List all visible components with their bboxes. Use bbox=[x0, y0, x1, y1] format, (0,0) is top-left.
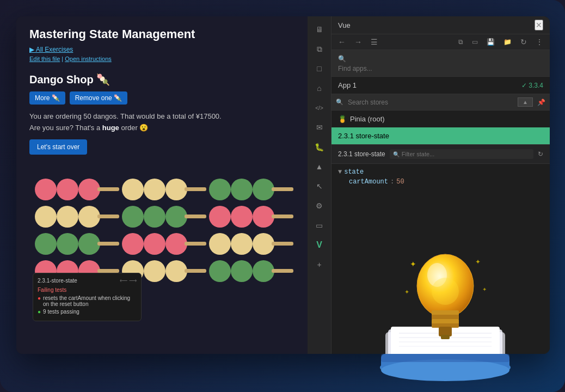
order-text: You are ordering 50 dangos. That would b… bbox=[29, 112, 294, 120]
panel-button[interactable]: ▭ bbox=[470, 37, 480, 47]
sidebar-icons: 🖥 ⧉ □ ⌂ </> ✉ 🐛 ▲ ↖ ⚙ ▭ V + bbox=[308, 16, 331, 354]
devtools-nav: ← → ☰ ⧉ ▭ 💾 📁 ↻ ⋮ bbox=[331, 34, 550, 50]
svg-rect-15 bbox=[97, 269, 119, 273]
search-stores-input[interactable] bbox=[348, 99, 513, 106]
more-options-button[interactable]: ⋮ bbox=[533, 36, 545, 47]
save-button[interactable]: 💾 bbox=[484, 37, 497, 47]
mail-icon[interactable]: ✉ bbox=[311, 119, 328, 136]
monitor-icon[interactable]: 🖥 bbox=[311, 21, 328, 38]
svg-rect-3 bbox=[97, 187, 119, 191]
svg-point-37 bbox=[231, 206, 253, 228]
svg-point-32 bbox=[209, 179, 231, 200]
pages-icon[interactable]: ▭ bbox=[311, 217, 328, 234]
test-failing-label: Failing tests bbox=[38, 287, 137, 293]
svg-point-1 bbox=[57, 179, 78, 200]
refresh-button[interactable]: ↻ bbox=[518, 36, 529, 47]
folder-button[interactable]: 📁 bbox=[501, 37, 514, 47]
svg-point-25 bbox=[144, 233, 165, 255]
devtools-close-button[interactable]: ✕ bbox=[535, 20, 543, 30]
test-item-pass: ● 9 tests passing bbox=[38, 309, 137, 315]
expand-icon[interactable]: ▼ bbox=[338, 168, 342, 176]
search-icon: 🔍 bbox=[338, 55, 346, 63]
fail-dot-icon: ● bbox=[38, 295, 41, 301]
svg-point-18 bbox=[165, 179, 187, 200]
cart-amount-row: cartAmount : 50 bbox=[338, 178, 543, 186]
search-stores-row: 🔍 ▲ 📌 bbox=[331, 94, 550, 111]
pinia-root-item[interactable]: 🍍 Pinia (root) bbox=[331, 111, 550, 127]
vue-devtools-icon[interactable]: V bbox=[311, 236, 328, 254]
svg-rect-19 bbox=[185, 187, 206, 191]
cursor-icon[interactable]: ↖ bbox=[311, 177, 328, 195]
dango-illustration bbox=[29, 162, 294, 287]
svg-point-44 bbox=[209, 260, 231, 282]
bug-icon[interactable]: 🐛 bbox=[311, 138, 328, 156]
pass-dot-icon: ● bbox=[38, 309, 41, 315]
start-over-button[interactable]: Let's start over bbox=[29, 139, 87, 155]
app-title: Mastering State Management bbox=[29, 27, 294, 41]
code-icon[interactable]: </> bbox=[311, 99, 328, 117]
menu-button[interactable]: ☰ bbox=[369, 36, 380, 47]
svg-rect-7 bbox=[97, 215, 119, 218]
sure-text: Are you sure? That's a huge order 😮 bbox=[29, 124, 294, 132]
svg-point-9 bbox=[57, 233, 78, 255]
find-apps-input[interactable] bbox=[338, 65, 543, 72]
svg-point-45 bbox=[231, 260, 253, 282]
svg-point-46 bbox=[253, 260, 274, 282]
app-name: App 1 bbox=[338, 81, 357, 89]
svg-point-33 bbox=[231, 179, 253, 200]
breadcrumb[interactable]: ▶ All Exercises bbox=[29, 46, 294, 53]
open-instructions-link[interactable]: Open instructions bbox=[65, 56, 112, 62]
test-panel-header: 2.3.1-store-state ⟵ ⟶ bbox=[38, 278, 137, 284]
svg-point-30 bbox=[165, 260, 187, 282]
vue-version-badge: ✓ 3.3.4 bbox=[521, 82, 543, 89]
svg-rect-57 bbox=[381, 354, 509, 362]
svg-point-42 bbox=[253, 233, 274, 255]
test-item-fail: ● resets the cartAmount when clicking on… bbox=[38, 295, 137, 307]
svg-rect-39 bbox=[272, 215, 293, 218]
svg-rect-35 bbox=[272, 187, 293, 191]
colon: : bbox=[390, 178, 394, 186]
svg-point-2 bbox=[78, 179, 100, 200]
devtools-header: Vue ✕ bbox=[331, 16, 550, 34]
test-panel-title: 2.3.1-store-state bbox=[38, 278, 77, 284]
wifi-icon[interactable]: ▲ bbox=[311, 158, 328, 175]
test-panel-arrows[interactable]: ⟵ ⟶ bbox=[120, 278, 137, 284]
plus-icon[interactable]: + bbox=[311, 256, 328, 273]
svg-rect-47 bbox=[272, 269, 293, 273]
svg-rect-43 bbox=[272, 242, 293, 246]
more-button[interactable]: More 🍡 bbox=[29, 91, 65, 105]
left-panel: Mastering State Management ▶ All Exercis… bbox=[16, 16, 308, 354]
svg-point-17 bbox=[144, 179, 165, 200]
svg-point-26 bbox=[165, 233, 187, 255]
svg-rect-71 bbox=[441, 335, 450, 339]
pin-icon[interactable]: 📌 bbox=[537, 99, 545, 106]
box-icon[interactable]: □ bbox=[311, 60, 328, 77]
state-detail-title: 2.3.1 store-state bbox=[338, 150, 385, 158]
svg-text:✦: ✦ bbox=[410, 260, 416, 268]
svg-rect-11 bbox=[97, 242, 119, 246]
store-state-item[interactable]: 2.3.1 store-state bbox=[331, 127, 550, 144]
layers-icon[interactable]: ⧉ bbox=[311, 40, 328, 58]
filter-input-wrap: 🔍 bbox=[390, 149, 533, 159]
pinia-root-label: Pinia (root) bbox=[350, 115, 385, 123]
edit-file-link[interactable]: Edit this file bbox=[29, 56, 60, 62]
book-illustration: ✦ ✦ ✦ ✦ bbox=[358, 245, 532, 392]
svg-rect-31 bbox=[185, 269, 206, 273]
remove-one-button[interactable]: Remove one 🍡 bbox=[70, 91, 127, 105]
dango-title: Dango Shop 🍡 bbox=[29, 73, 294, 86]
settings-icon[interactable]: ⚙ bbox=[311, 197, 328, 215]
back-button[interactable]: ← bbox=[336, 36, 348, 47]
devtools-title: Vue bbox=[338, 21, 351, 29]
scroll-up-button[interactable]: ▲ bbox=[518, 97, 533, 107]
home-icon[interactable]: ⌂ bbox=[311, 79, 328, 97]
svg-point-38 bbox=[253, 206, 274, 228]
svg-point-22 bbox=[165, 206, 187, 228]
state-detail-header: 2.3.1 store-state 🔍 ↻ bbox=[331, 144, 550, 164]
state-expand-row[interactable]: ▼ state bbox=[338, 168, 543, 176]
forward-button[interactable]: → bbox=[352, 36, 364, 47]
copy-button[interactable]: ⧉ bbox=[456, 37, 465, 47]
history-button[interactable]: ↻ bbox=[538, 150, 543, 158]
filter-state-input[interactable] bbox=[402, 151, 530, 157]
svg-text:✦: ✦ bbox=[482, 286, 487, 292]
svg-point-56 bbox=[381, 359, 509, 381]
